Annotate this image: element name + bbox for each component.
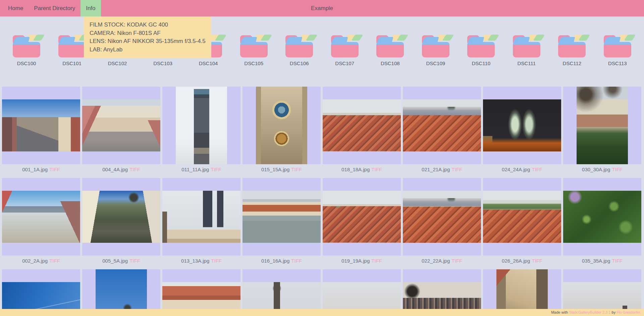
folder-icon	[331, 35, 359, 57]
gallery-item-001_1a-jpg[interactable]: 001_1A.jpg TIFF	[2, 87, 80, 178]
tiff-link[interactable]: TIFF	[49, 167, 60, 172]
photo-thumbnail	[256, 87, 307, 164]
photo-tile[interactable]	[483, 178, 561, 256]
tiff-link[interactable]: TIFF	[291, 167, 302, 172]
photo-filename: 018_18A.jpg	[341, 167, 370, 172]
gallery-item-030_30a-jpg[interactable]: 030_30A.jpg TIFF	[563, 87, 641, 178]
gallery-item-004_4a-jpg[interactable]: 004_4A.jpg TIFF	[82, 87, 160, 178]
folder-item-dsc109[interactable]: DSC109	[421, 35, 450, 66]
tiff-link[interactable]: TIFF	[49, 258, 60, 264]
tiff-link[interactable]: TIFF	[291, 258, 302, 264]
gallery-item-002_2a-jpg[interactable]: 002_2A.jpg TIFF	[2, 178, 80, 269]
photo-filename: 004_4A.jpg	[102, 167, 128, 172]
folder-item-dsc107[interactable]: DSC107	[330, 35, 359, 66]
nav-item-info[interactable]: Info	[80, 0, 101, 16]
tiff-link[interactable]: TIFF	[612, 167, 623, 172]
photo-tile[interactable]	[403, 178, 481, 256]
author-link[interactable]: Flo Greistorfer	[616, 310, 640, 314]
folder-item-dsc113[interactable]: DSC113	[603, 35, 632, 66]
tiff-link[interactable]: TIFF	[371, 258, 382, 264]
folder-label: DSC104	[199, 60, 218, 66]
gallery-item-035_35a-jpg[interactable]: 035_35A.jpg TIFF	[563, 178, 641, 269]
photo-filename: 013_13A.jpg	[181, 258, 209, 264]
gallery-item-016_16a-jpg[interactable]: 016_16A.jpg TIFF	[243, 178, 321, 269]
photo-thumbnail	[483, 191, 561, 243]
gallery-item-026_26a-jpg[interactable]: 026_26A.jpg TIFF	[483, 178, 561, 269]
photo-tile[interactable]	[162, 178, 240, 256]
folder-item-dsc110[interactable]: DSC110	[467, 35, 495, 66]
photo-thumbnail	[323, 191, 401, 243]
tiff-link[interactable]: TIFF	[211, 167, 221, 172]
photo-caption: 022_22A.jpg TIFF	[403, 256, 481, 269]
photo-thumbnail	[82, 191, 160, 243]
photo-tile[interactable]	[323, 178, 401, 256]
photo-tile[interactable]	[403, 87, 481, 164]
tiff-link[interactable]: TIFF	[612, 258, 623, 264]
gallery-item-005_5a-jpg[interactable]: 005_5A.jpg TIFF	[82, 178, 160, 269]
folder-label: DSC106	[290, 60, 309, 66]
folder-label: DSC107	[335, 60, 354, 66]
tiff-link[interactable]: TIFF	[451, 258, 462, 264]
photo-thumbnail	[176, 87, 227, 164]
gallery-item-019_19a-jpg[interactable]: 019_19A.jpg TIFF	[323, 178, 401, 269]
photo-caption: 026_26A.jpg TIFF	[483, 256, 561, 269]
photo-thumbnail	[2, 191, 80, 243]
photo-caption: 004_4A.jpg TIFF	[82, 164, 160, 178]
photo-filename: 011_11A.jpg	[181, 167, 209, 172]
photo-tile[interactable]	[243, 87, 321, 164]
folder-label: DSC105	[244, 60, 263, 66]
tiff-link[interactable]: TIFF	[129, 258, 140, 264]
gallery-item-021_21a-jpg[interactable]: 021_21A.jpg TIFF	[403, 87, 481, 178]
tiff-link[interactable]: TIFF	[129, 167, 140, 172]
generator-link[interactable]: StaticGalleryBuilder 2.3.1	[569, 310, 610, 314]
folder-icon	[240, 35, 268, 57]
gallery-item-018_18a-jpg[interactable]: 018_18A.jpg TIFF	[323, 87, 401, 178]
photo-tile[interactable]	[2, 87, 80, 164]
photo-tile[interactable]	[82, 87, 160, 164]
folder-icon	[604, 35, 631, 57]
folder-item-dsc108[interactable]: DSC108	[376, 35, 405, 66]
folder-item-dsc100[interactable]: DSC100	[12, 35, 41, 66]
photo-thumbnail	[2, 99, 80, 151]
photo-thumbnail	[243, 191, 321, 243]
folder-item-dsc106[interactable]: DSC106	[285, 35, 314, 66]
tiff-link[interactable]: TIFF	[211, 258, 222, 264]
photo-tile[interactable]	[483, 87, 561, 164]
photo-tile[interactable]	[162, 87, 240, 164]
photo-filename: 002_2A.jpg	[22, 258, 48, 264]
photo-filename: 030_30A.jpg	[582, 167, 610, 172]
gallery-item-022_22a-jpg[interactable]: 022_22A.jpg TIFF	[403, 178, 481, 269]
folder-icon	[513, 35, 540, 57]
photo-thumbnail	[162, 191, 240, 243]
gallery-item-024_24a-jpg[interactable]: 024_24A.jpg TIFF	[483, 87, 561, 178]
photo-tile[interactable]	[323, 87, 401, 164]
photo-tile[interactable]	[563, 178, 641, 256]
tiff-link[interactable]: TIFF	[532, 258, 542, 264]
photo-tile[interactable]	[2, 178, 80, 256]
folder-icon	[376, 35, 404, 57]
photo-tile[interactable]	[82, 178, 160, 256]
tiff-link[interactable]: TIFF	[371, 167, 382, 172]
nav-item-parent-directory[interactable]: Parent Directory	[29, 0, 80, 16]
photo-caption: 019_19A.jpg TIFF	[323, 256, 401, 269]
tiff-link[interactable]: TIFF	[451, 167, 462, 172]
folder-item-dsc112[interactable]: DSC112	[557, 35, 586, 66]
folder-label: DSC101	[62, 60, 82, 66]
nav-item-home[interactable]: Home	[3, 0, 29, 16]
folder-label: DSC102	[108, 60, 127, 66]
photo-caption: 021_21A.jpg TIFF	[403, 164, 481, 178]
folder-item-dsc111[interactable]: DSC111	[512, 35, 541, 66]
gallery-item-015_15a-jpg[interactable]: 015_15A.jpg TIFF	[243, 87, 321, 178]
gallery-grid: 001_1A.jpg TIFF 004_4A.jpg TIFF 011_11A.…	[0, 87, 644, 316]
folder-item-dsc105[interactable]: DSC105	[239, 35, 268, 66]
footer: Made with StaticGalleryBuilder 2.3.1 by …	[0, 309, 644, 316]
photo-tile[interactable]	[243, 178, 321, 256]
tiff-link[interactable]: TIFF	[532, 167, 542, 172]
photo-tile[interactable]	[563, 87, 641, 164]
photo-thumbnail	[403, 191, 481, 243]
folder-label: DSC110	[472, 60, 491, 66]
folder-icon	[422, 35, 449, 57]
gallery-item-013_13a-jpg[interactable]: 013_13A.jpg TIFF	[162, 178, 240, 269]
gallery-item-011_11a-jpg[interactable]: 011_11A.jpg TIFF	[162, 87, 240, 178]
folder-item-dsc101[interactable]: DSC101	[58, 35, 87, 66]
